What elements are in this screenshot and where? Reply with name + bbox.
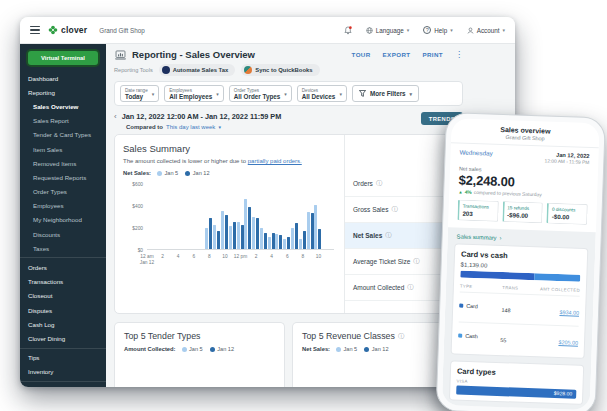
bar-jan-5 — [205, 228, 208, 249]
virtual-terminal-button[interactable]: Virtual Terminal — [28, 51, 98, 65]
more-actions-icon[interactable]: ⋮ — [455, 52, 463, 58]
compared-to-selector[interactable]: This day last week — [166, 124, 215, 130]
canvas: clover Grand Gift Shop — [0, 0, 607, 411]
stat-box-0-discounts[interactable]: 0 discounts-$0.00 — [547, 203, 588, 225]
bar-jan-12 — [272, 233, 275, 249]
top-bar: clover Grand Gift Shop — [20, 17, 515, 44]
sidebar-item-my-neighborhood[interactable]: My Neighborhood — [20, 213, 106, 227]
notifications-button[interactable] — [344, 26, 352, 35]
filter-dropdown-devices[interactable]: DevicesAll Devices▾ — [297, 85, 347, 102]
quickbooks-icon — [244, 66, 252, 74]
sidebar-item-sales-overview[interactable]: Sales Overview — [20, 99, 106, 113]
filter-dropdown-date-range[interactable]: Date rangeToday▾ — [120, 85, 159, 102]
sidebar-item-orders[interactable]: Orders — [20, 260, 106, 274]
bar-jan-12 — [279, 235, 282, 249]
filter-dropdown-employees[interactable]: EmployeesAll Employees▾ — [164, 85, 224, 102]
legend-swatch — [157, 171, 162, 176]
y-tick-label: $0 — [123, 248, 143, 253]
partially-paid-orders-link[interactable]: partially paid orders. — [248, 158, 302, 164]
previous-period-button[interactable]: ‹ — [114, 113, 117, 120]
print-button[interactable]: PRINT — [422, 51, 443, 58]
info-icon[interactable]: ⓘ — [398, 332, 404, 341]
legend-name: Jan 5 — [344, 346, 358, 352]
sidebar-item-reporting[interactable]: Reporting — [20, 85, 106, 99]
language-menu[interactable]: Language ▾ — [366, 27, 410, 34]
tender-table-rows: Card148$934.00Cash55$205.00 — [458, 291, 580, 352]
sidebar-item-item-sales[interactable]: Item Sales — [20, 142, 106, 156]
bar-jan-5 — [291, 228, 294, 249]
bar-segment-card — [460, 270, 535, 280]
sidebar-item-transactions[interactable]: Transactions — [20, 275, 106, 289]
tender-amount-link[interactable]: $205.00 — [558, 339, 578, 346]
sync-quickbooks-chip[interactable]: Sync to QuickBooks — [241, 64, 319, 76]
card-types-title: Card types — [457, 366, 577, 379]
chevron-down-icon: ▾ — [218, 124, 221, 130]
legend-item-jan-12: Jan 12 — [364, 346, 388, 352]
sidebar-item-clover-dining[interactable]: Clover Dining — [20, 331, 106, 345]
bar-jan-12 — [217, 231, 220, 249]
automate-sales-tax-chip[interactable]: Automate Sales Tax — [159, 64, 236, 76]
sidebar-item-tips[interactable]: Tips — [20, 351, 106, 365]
info-icon[interactable]: ⓘ — [376, 179, 382, 188]
sidebar-item-cash-log[interactable]: Cash Log — [20, 317, 106, 331]
sidebar-item-customers[interactable]: Customers — [20, 384, 106, 387]
tender-amount-link[interactable]: $934.00 — [560, 309, 580, 316]
sidebar-item-closeout[interactable]: Closeout — [20, 289, 106, 303]
info-icon[interactable]: ⓘ — [391, 205, 397, 214]
bar-pair-hour-14 — [252, 217, 260, 249]
phone-mockup: Sales overview Grand Gift Shop Wednesday… — [436, 112, 606, 411]
help-menu[interactable]: ? Help ▾ — [423, 26, 452, 34]
sidebar-divider — [20, 257, 106, 258]
filter-value: Today — [125, 93, 148, 100]
date-range-text[interactable]: Jan 12, 2022 12:00 AM - Jan 12, 2022 11:… — [122, 112, 282, 121]
stat-box-transactions[interactable]: Transactions203 — [457, 199, 498, 221]
sidebar-item-dashboard[interactable]: Dashboard — [20, 71, 106, 85]
legend-name: Jan 5 — [189, 346, 203, 352]
reporting-icon — [114, 50, 127, 60]
bar-pair-hour-13 — [244, 199, 252, 249]
legend-name: Jan 12 — [193, 170, 210, 176]
tender-type: Cash — [465, 332, 478, 338]
hamburger-menu-icon[interactable] — [30, 26, 40, 34]
chevron-down-icon: ▾ — [410, 91, 413, 97]
sidebar-item-tender-card-types[interactable]: Tender & Card Types — [20, 128, 106, 142]
legend-item-jan-5: Jan 5 — [182, 346, 203, 352]
legend-label: Net Sales: — [123, 170, 151, 176]
stat-box-15-refunds[interactable]: 15 refunds-$96.00 — [502, 201, 543, 223]
stat-value: -$0.00 — [552, 213, 584, 221]
legend-swatch — [185, 171, 190, 176]
phone-day-selector[interactable]: Wednesday — [459, 149, 492, 157]
sidebar-item-requested-reports[interactable]: Requested Reports — [20, 170, 106, 184]
bar-jan-12 — [241, 225, 244, 249]
tour-button[interactable]: TOUR — [352, 51, 371, 58]
info-icon[interactable]: ⓘ — [413, 257, 419, 266]
account-menu[interactable]: Account ▾ — [467, 27, 505, 34]
x-tick-label: 12 pm — [234, 254, 247, 260]
sidebar-item-inventory[interactable]: Inventory — [20, 365, 106, 379]
more-filters-button[interactable]: More Filters ▾ — [352, 85, 419, 102]
bar-pair-hour-22 — [314, 205, 322, 249]
sidebar-item-employees[interactable]: Employees — [20, 199, 106, 213]
bar-jan-12 — [248, 207, 251, 249]
bar-jan-5 — [229, 226, 232, 249]
globe-icon — [366, 27, 373, 34]
sidebar-item-sales-report[interactable]: Sales Report — [20, 114, 106, 128]
legend-swatch — [336, 347, 341, 352]
help-icon: ? — [423, 26, 431, 34]
info-icon[interactable]: ⓘ — [385, 231, 391, 240]
bar-jan-12 — [303, 231, 306, 249]
sidebar-item-order-types[interactable]: Order Types — [20, 185, 106, 199]
bar-pair-hour-16 — [268, 233, 276, 249]
sidebar-item-removed-items[interactable]: Removed Items — [20, 156, 106, 170]
sidebar-item-discounts[interactable]: Discounts — [20, 227, 106, 241]
chevron-down-icon: ▾ — [339, 91, 342, 97]
sidebar-item-taxes[interactable]: Taxes — [20, 241, 106, 255]
bar-jan-5 — [314, 205, 317, 249]
filter-dropdown-order-types[interactable]: Order TypesAll Order Types▾ — [229, 85, 292, 102]
sidebar-item-disputes[interactable]: Disputes — [20, 303, 106, 317]
bar-jan-5 — [299, 239, 302, 249]
info-icon[interactable]: ⓘ — [407, 283, 413, 292]
export-button[interactable]: EXPORT — [383, 51, 411, 58]
bar-jan-5 — [213, 225, 216, 249]
clover-logo[interactable]: clover — [48, 25, 87, 35]
